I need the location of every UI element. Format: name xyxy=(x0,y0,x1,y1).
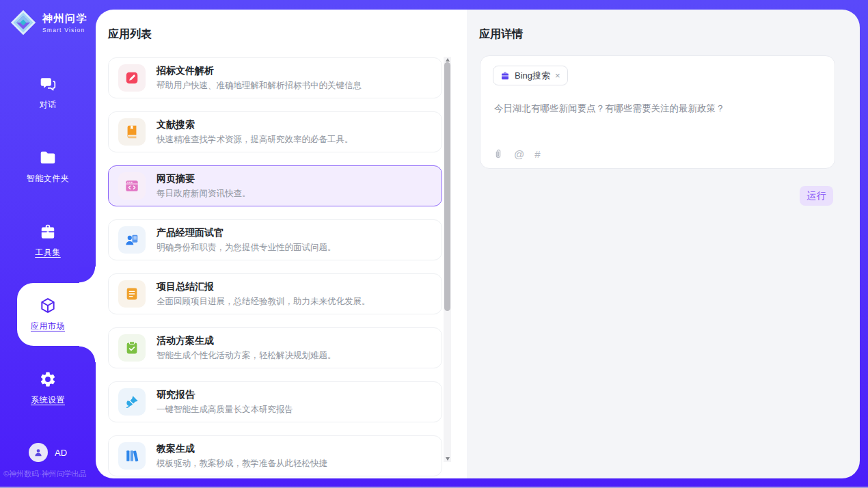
app-description: 模板驱动，教案秒成，教学准备从此轻松快捷 xyxy=(157,458,327,470)
chat-icon xyxy=(39,75,57,93)
sidebar-item-label: 对话 xyxy=(40,99,57,111)
app-name: 活动方案生成 xyxy=(157,335,336,347)
app-name: 网页摘要 xyxy=(157,173,251,185)
app-list: 招标文件解析 帮助用户快速、准确地理解和解析招标书中的关键信息 文献搜索 快速精… xyxy=(108,57,442,478)
query-input[interactable]: 今日湖北有哪些新闻要点？有哪些需要关注的最新政策？ xyxy=(494,102,821,116)
app-description: 快速精准查找学术资源，提高研究效率的必备工具。 xyxy=(157,134,353,146)
app-card-project-summary[interactable]: 项目总结汇报 全面回顾项目进展，总结经验教训，助力未来优化发展。 xyxy=(108,273,442,314)
app-card-bid-document-parse[interactable]: 招标文件解析 帮助用户快速、准确地理解和解析招标书中的关键信息 xyxy=(108,57,442,98)
app-card-web-summary[interactable]: 网页摘要 每日政府新闻资讯快查。 xyxy=(108,165,442,206)
app-name: 文献搜索 xyxy=(157,119,353,131)
app-detail-title: 应用详情 xyxy=(479,27,523,42)
report-note-icon xyxy=(118,280,146,308)
copyright-text: ©神州数码·神州问学出品 xyxy=(3,469,87,479)
active-bump-top-fillet xyxy=(79,267,96,283)
scrollbar-thumb[interactable] xyxy=(444,62,450,311)
app-description: 全面回顾项目进展，总结经验教训，助力未来优化发展。 xyxy=(157,296,370,308)
app-name: 教案生成 xyxy=(157,443,327,455)
toolbox-icon xyxy=(39,223,57,241)
browser-code-icon xyxy=(118,172,146,200)
app-card-pm-interviewer[interactable]: 产品经理面试官 明确身份和职责，为您提供专业性的面试问题。 xyxy=(108,219,442,260)
user-initials: AD xyxy=(55,448,67,458)
sidebar-item-system-settings[interactable]: 系统设置 xyxy=(0,351,96,425)
logo-title: 神州问学 xyxy=(42,12,87,25)
app-description: 一键智能生成高质量长文本研究报告 xyxy=(157,404,293,416)
app-description: 明确身份和职责，为您提供专业性的面试问题。 xyxy=(157,242,336,254)
sidebar-item-label: 智能文件夹 xyxy=(27,173,70,185)
sidebar-nav: 对话 智能文件夹 工具集 应用市场 系统设置 xyxy=(0,56,96,425)
briefcase-icon xyxy=(500,71,510,81)
scrollbar[interactable] xyxy=(444,57,451,462)
interviewer-icon xyxy=(118,226,146,254)
app-card-literature-search[interactable]: 文献搜索 快速精准查找学术资源，提高研究效率的必备工具。 xyxy=(108,111,442,152)
logo-subtitle: Smart Vision xyxy=(42,27,87,33)
sidebar-item-label: 系统设置 xyxy=(31,394,65,406)
logo-diamond-icon xyxy=(10,9,37,36)
book-icon xyxy=(118,118,146,146)
mention-icon[interactable]: @ xyxy=(514,149,524,159)
app-description: 帮助用户快速、准确地理解和解析招标书中的关键信息 xyxy=(157,80,362,92)
close-icon[interactable]: × xyxy=(555,71,560,80)
sidebar-item-chat[interactable]: 对话 xyxy=(0,56,96,130)
user-chip[interactable]: AD xyxy=(0,443,96,462)
folder-icon xyxy=(39,149,57,167)
tool-chip-bing-search[interactable]: Bing搜索 × xyxy=(493,66,568,85)
paperclip-icon[interactable] xyxy=(493,148,504,159)
composer-toolbar: @# xyxy=(493,148,541,159)
app-name: 产品经理面试官 xyxy=(157,227,336,239)
content-container: 应用列表 招标文件解析 帮助用户快速、准确地理解和解析招标书中的关键信息 文献搜… xyxy=(96,10,860,478)
cube-icon xyxy=(39,297,57,314)
app-card-event-plan[interactable]: 活动方案生成 智能生成个性化活动方案，轻松解决规划难题。 xyxy=(108,327,442,368)
app-detail-panel: 应用详情 Bing搜索 × 今日湖北有哪些新闻要点？有哪些需要关注的最新政策？ … xyxy=(467,10,860,478)
run-button[interactable]: 运行 xyxy=(800,186,833,206)
tool-chip-label: Bing搜索 xyxy=(515,70,550,82)
app-name: 研究报告 xyxy=(157,389,293,401)
books-icon xyxy=(118,442,146,470)
user-icon xyxy=(33,447,44,458)
app-card-research-report[interactable]: 研究报告 一键智能生成高质量长文本研究报告 xyxy=(108,381,442,422)
app-logo: 神州问学 Smart Vision xyxy=(10,9,87,36)
app-name: 项目总结汇报 xyxy=(157,281,370,293)
app-description: 智能生成个性化活动方案，轻松解决规划难题。 xyxy=(157,350,336,362)
clipboard-check-icon xyxy=(118,334,146,362)
app-name: 招标文件解析 xyxy=(157,65,362,77)
app-list-panel: 应用列表 招标文件解析 帮助用户快速、准确地理解和解析招标书中的关键信息 文献搜… xyxy=(96,10,467,478)
sidebar-item-label: 工具集 xyxy=(35,247,61,258)
gear-icon xyxy=(39,370,57,388)
research-pen-icon xyxy=(118,388,146,416)
document-edit-icon xyxy=(118,64,146,92)
scroll-down-icon[interactable] xyxy=(444,456,451,462)
sidebar-item-smart-folder[interactable]: 智能文件夹 xyxy=(0,130,96,204)
app-card-lesson-plan[interactable]: 教案生成 模板驱动，教案秒成，教学准备从此轻松快捷 xyxy=(108,435,442,476)
sidebar: 神州问学 Smart Vision 对话 智能文件夹 工具集 应用市场 系统设置 xyxy=(0,0,96,488)
avatar xyxy=(29,443,48,462)
sidebar-item-app-market[interactable]: 应用市场 xyxy=(0,277,96,351)
app-description: 每日政府新闻资讯快查。 xyxy=(157,188,251,200)
app-list-title: 应用列表 xyxy=(108,27,152,42)
composer-card: Bing搜索 × 今日湖北有哪些新闻要点？有哪些需要关注的最新政策？ @# xyxy=(480,55,835,169)
hashtag-icon[interactable]: # xyxy=(534,149,540,159)
sidebar-item-label: 应用市场 xyxy=(31,321,65,332)
